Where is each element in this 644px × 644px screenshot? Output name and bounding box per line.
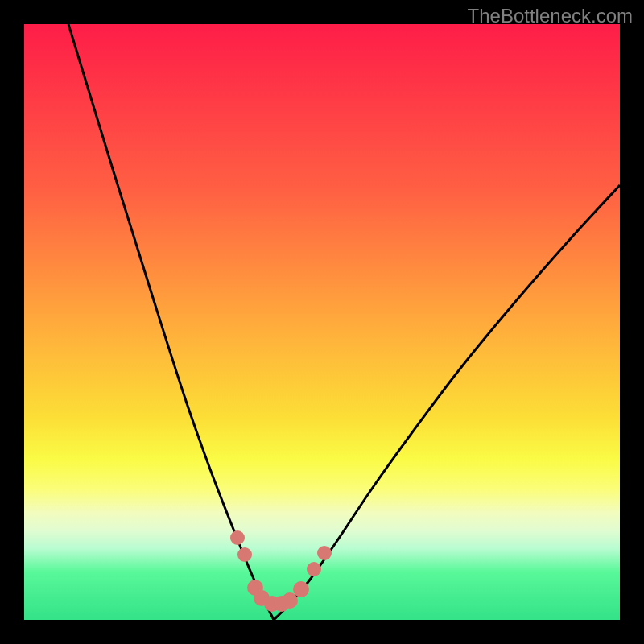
marker-point-8: [307, 562, 321, 576]
chart-frame: [24, 24, 620, 620]
marker-point-0: [230, 530, 245, 545]
curve-group: [68, 24, 620, 620]
marker-point-1: [237, 547, 252, 562]
watermark-text: TheBottleneck.com: [468, 5, 633, 27]
marker-point-7: [293, 581, 309, 597]
marker-group: [230, 530, 332, 612]
chart-svg: [24, 24, 620, 620]
marker-point-9: [317, 546, 332, 560]
curve-left-curve: [68, 24, 274, 620]
